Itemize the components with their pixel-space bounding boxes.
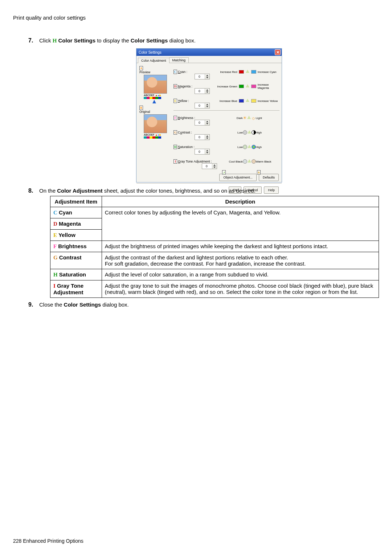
slider-right-label: High	[256, 145, 279, 149]
contrast-low-icon	[243, 130, 247, 135]
cell-sat: H Saturation	[50, 269, 102, 280]
tab-matching[interactable]: Matching	[169, 57, 189, 63]
table-header-row: Adjustment Item Description	[50, 196, 379, 207]
object-adjust-row: J Object Adjustment... S Defaults	[136, 172, 282, 182]
step-bold: Color Adjustment	[57, 188, 102, 194]
swatch-red	[239, 70, 244, 74]
letter-h: H	[53, 38, 57, 44]
original-swatches	[144, 136, 170, 139]
step-bold: Color Settings	[58, 37, 96, 44]
slider-left-label: Cool Black	[213, 160, 243, 163]
original-image	[144, 114, 167, 133]
slider-right-label: Light	[256, 116, 279, 120]
sat-high-icon	[252, 145, 256, 149]
panel: A Preview ABCDEF ▲●◆	[136, 63, 282, 172]
cell-sat-desc: Adjust the level of color saturation, in…	[102, 269, 379, 280]
brightness-spin[interactable]: 0	[195, 120, 210, 126]
table-row: F Brightness Adjust the brightness of pr…	[50, 241, 379, 252]
slider-right-label: Increase Yellow	[258, 99, 279, 103]
cell-cyan: C Cyan	[50, 207, 102, 218]
swatch-magenta	[251, 85, 256, 88]
label-graytone: Gray Tone Adjustment :	[178, 160, 212, 163]
page: Print quality and color settings 7. Clic…	[0, 0, 392, 554]
tab-color-adjustment[interactable]: Color Adjustment	[138, 58, 170, 63]
preview-image	[144, 75, 167, 94]
cell-gray-desc: Adjust the gray tone to suit the images …	[102, 280, 379, 298]
magenta-spin[interactable]: 0	[195, 88, 210, 94]
table-row: C Cyan Correct color tones by adjusting …	[50, 207, 379, 218]
label-brightness: Brightness :	[178, 116, 195, 120]
step-bold: Color Settings	[131, 37, 168, 44]
slider-left-label: Increase Blue	[204, 99, 237, 103]
close-icon[interactable]: ✕	[275, 49, 281, 55]
step-text: dialog box.	[102, 301, 129, 308]
slider-left-label: Low	[207, 145, 243, 149]
preview-label: A Preview	[139, 66, 170, 74]
section-title: Print quality and color settings	[13, 15, 379, 21]
label-cyan: Cyan :	[178, 70, 187, 74]
step-text: to display the	[97, 37, 131, 44]
letter-box-a: A	[139, 66, 143, 70]
letter-box-s: S	[257, 170, 261, 175]
yellow-spin[interactable]: 0	[195, 103, 210, 108]
slider-left-label: Dark	[207, 116, 243, 120]
swatch-yellow	[251, 99, 256, 103]
step-text: On the	[39, 188, 57, 194]
contrast-spin[interactable]: 0	[195, 134, 210, 140]
slider-left-label: Low	[207, 131, 243, 134]
step-9: 9. Close the Color Settings dialog box.	[28, 301, 379, 308]
preview-block: A Preview ABCDEF ▲●◆	[139, 66, 170, 103]
sat-low-icon	[243, 145, 247, 149]
titlebar: Color Settings ✕	[136, 49, 282, 56]
saturation-spin[interactable]: 0	[195, 149, 210, 155]
step-8: 8. On the Color Adjustment sheet, adjust…	[28, 188, 379, 298]
divider	[173, 110, 279, 111]
color-settings-dialog-wrap: Color Settings ✕ Color Adjustment Matchi…	[39, 48, 379, 182]
step-text: dialog box.	[169, 37, 196, 44]
swatch-cyan	[251, 70, 256, 74]
graytone-spin[interactable]: 0	[202, 163, 217, 169]
contrast-high-icon	[252, 130, 256, 135]
cell-cmy-desc: Correct color tones by adjusting the lev…	[102, 207, 379, 241]
step-text: Click	[39, 37, 53, 44]
step-number: 9.	[28, 301, 33, 308]
step-bold: Color Settings	[64, 301, 101, 308]
sun-dark-icon: ☀	[243, 115, 247, 120]
gray-warm-icon	[252, 159, 256, 164]
slider-right-label: Increase Cyan	[258, 70, 279, 74]
table-row: H Saturation Adjust the level of color s…	[50, 269, 379, 280]
slider-right-label: High	[256, 131, 279, 134]
arrow-up-icon	[152, 100, 156, 103]
table-row: I Gray Tone Adjustment Adjust the gray t…	[50, 280, 379, 298]
cell-contrast: G Contrast	[50, 252, 102, 269]
original-label: B Original	[139, 106, 170, 114]
dialog-title: Color Settings	[139, 50, 162, 54]
cell-yellow: E Yellow	[50, 230, 102, 241]
step-text: Close the	[39, 301, 64, 308]
object-adjustment-button[interactable]: Object Adjustment...	[219, 174, 257, 181]
table-row: G Contrast Adjust the contrast of the da…	[50, 252, 379, 269]
steps-list: 7. Click H Color Settings to display the…	[13, 37, 379, 308]
original-caption: ABCDEF ▲●◆	[144, 134, 170, 136]
original-block: B Original ABCDEF ▲●◆	[139, 106, 170, 139]
page-footer: 228 Enhanced Printing Options	[13, 538, 83, 544]
cell-bright-desc: Adjust the brightness of printed images …	[102, 241, 379, 252]
letter-box-b: B	[139, 106, 143, 110]
cell-contrast-desc: Adjust the contrast of the darkest and l…	[102, 252, 379, 269]
preview-swatches	[144, 97, 170, 99]
cyan-spin[interactable]: 0	[195, 74, 210, 79]
th-desc: Description	[102, 196, 379, 207]
slider-rows: CCyan : Increase Red Increase Cyan 0 DMa…	[173, 65, 279, 169]
defaults-button[interactable]: Defaults	[259, 174, 279, 181]
sun-light-icon: ☼	[251, 115, 256, 121]
step-text: sheet, adjust the color tones, brightnes…	[104, 188, 256, 194]
step-7: 7. Click H Color Settings to display the…	[28, 37, 379, 182]
color-settings-dialog: Color Settings ✕ Color Adjustment Matchi…	[136, 48, 282, 182]
divider	[136, 183, 282, 184]
cell-gray: I Gray Tone Adjustment	[50, 280, 102, 298]
slider-left-label: Increase Green	[204, 85, 237, 88]
label-contrast: Contrast :	[178, 131, 192, 134]
slider-right-label: Increase Magenta	[258, 83, 279, 90]
label-magenta: Magenta :	[178, 85, 192, 88]
slider-left-label: Increase Red	[204, 70, 237, 74]
